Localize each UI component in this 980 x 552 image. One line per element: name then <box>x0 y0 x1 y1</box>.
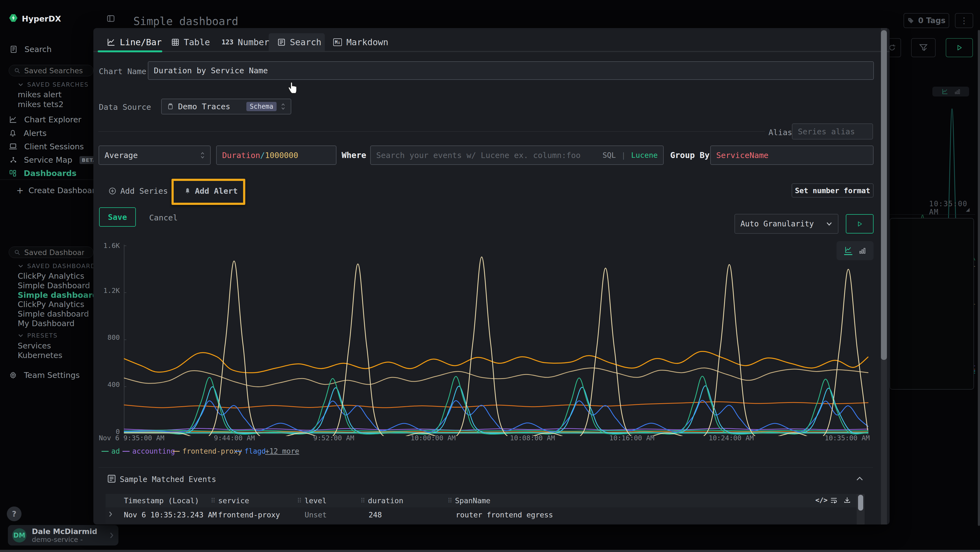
tab-markdown[interactable]: M↓ Markdown <box>333 37 388 48</box>
legend-label: accounting <box>132 447 175 455</box>
chart-name-input[interactable] <box>154 66 868 75</box>
saved-searches-input[interactable] <box>24 67 84 75</box>
sidebar-item-search[interactable]: Search <box>10 45 52 54</box>
create-dashboard-button[interactable]: + Create Dashboard <box>16 185 100 196</box>
add-series-button[interactable]: Add Series <box>108 187 168 196</box>
saved-searches-search[interactable] <box>9 65 93 76</box>
sidebar-item-client-sessions[interactable]: Client Sessions <box>9 142 84 151</box>
col-service[interactable]: ⠿ service <box>211 496 249 505</box>
alias-input[interactable] <box>798 127 867 136</box>
where-label: Where <box>342 150 366 160</box>
avatar: DM <box>12 528 26 542</box>
filter-button[interactable] <box>911 38 935 57</box>
preview-chart-toggle[interactable] <box>932 87 969 96</box>
help-button[interactable]: ? <box>7 506 22 521</box>
row-expand-icon[interactable] <box>108 511 113 517</box>
sidebar-collapse-icon[interactable] <box>106 14 115 23</box>
dashboard-item[interactable]: ClickPy Analytics <box>18 271 84 281</box>
field-expression-input[interactable]: Duration/1000000 <box>216 145 336 165</box>
preset-item[interactable]: Kubernetes <box>18 351 62 360</box>
legend-item-frontend-proxy[interactable]: frontend-proxy <box>173 447 242 455</box>
sidebar-item-chart-explorer[interactable]: Chart Explorer <box>9 115 81 124</box>
tab-label: Markdown <box>346 37 388 48</box>
tab-line-bar[interactable]: Line/Bar <box>107 37 162 48</box>
col-spanname[interactable]: ⠿ SpanName <box>447 496 490 505</box>
drag-handle-icon[interactable]: ⠿ <box>360 497 365 504</box>
page-scrollbar[interactable] <box>978 30 980 526</box>
chevron-right-icon <box>109 532 114 539</box>
modal-scrollbar-thumb[interactable] <box>881 30 887 360</box>
group-by-input[interactable]: ServiceName <box>710 145 873 165</box>
line-chart-icon <box>107 38 115 46</box>
sidebar-item-label: Client Sessions <box>24 142 84 151</box>
download-icon[interactable] <box>843 496 851 504</box>
run-query-button-bg[interactable] <box>946 38 973 57</box>
cancel-button[interactable]: Cancel <box>149 213 178 222</box>
log-list-icon <box>277 38 286 46</box>
sidebar-item-alerts[interactable]: Alerts <box>9 129 46 138</box>
presets-header[interactable]: PRESETS <box>18 332 58 339</box>
schema-badge: Schema <box>247 102 277 111</box>
where-input[interactable] <box>376 151 597 160</box>
sidebar-item-dashboards[interactable]: Dashboards <box>9 169 76 178</box>
sidebar-item-team-settings[interactable]: Team Settings <box>9 370 80 380</box>
page-title[interactable]: Simple dashboard <box>134 15 238 27</box>
more-button[interactable]: ⋮ <box>955 13 973 28</box>
collapse-section-icon[interactable] <box>856 476 864 482</box>
col-duration[interactable]: ⠿ duration <box>360 496 403 505</box>
drag-handle-icon[interactable]: ⠿ <box>297 497 302 504</box>
cell-duration: 248 <box>369 511 382 519</box>
saved-search-item[interactable]: mikes tets2 <box>18 100 64 109</box>
panel-resize-handle[interactable]: ◢ <box>966 206 970 212</box>
events-table-row[interactable] <box>106 523 857 525</box>
dashboard-item[interactable]: My Dashboard <box>18 319 75 328</box>
aggregation-value: Average <box>105 151 200 160</box>
drag-handle-icon[interactable]: ⠿ <box>211 497 216 504</box>
saved-dashboards-header[interactable]: SAVED DASHBOARDS <box>18 263 100 270</box>
tab-search[interactable]: Search <box>277 37 321 48</box>
legend-more-link[interactable]: +12 more <box>265 447 299 455</box>
add-series-label: Add Series <box>120 187 168 196</box>
drag-handle-icon[interactable]: ⠿ <box>447 497 452 504</box>
granularity-select[interactable]: Auto Granularity <box>735 214 838 234</box>
save-button[interactable]: Save <box>99 207 136 227</box>
dashboard-item[interactable]: Simple dashboard <box>18 309 89 319</box>
dashboard-item[interactable]: ClickPy Analytics <box>18 300 84 309</box>
add-alert-button[interactable]: Add Alert <box>184 187 238 196</box>
events-table-scrollbar-thumb[interactable] <box>858 495 863 511</box>
chevron-down-icon <box>18 264 24 268</box>
set-number-format-button[interactable]: Set number format <box>792 183 873 198</box>
wrap-text-icon[interactable] <box>830 497 838 504</box>
sidebar-item-service-map[interactable]: Service Map BETA <box>10 155 99 164</box>
col-timestamp[interactable]: Timestamp (Local) <box>124 496 199 505</box>
preset-item[interactable]: Services <box>18 341 51 350</box>
legend-item-accounting[interactable]: accounting <box>123 447 175 455</box>
user-panel[interactable]: DM Dale McDiarmid demo-service - <box>8 525 118 546</box>
add-alert-label: Add Alert <box>195 187 238 196</box>
sample-events-divider <box>99 467 873 467</box>
run-chart-button[interactable] <box>846 214 873 233</box>
play-icon <box>856 221 863 227</box>
sql-toggle[interactable]: SQL <box>603 151 616 160</box>
col-level[interactable]: ⠿ level <box>297 496 327 505</box>
tab-table[interactable]: Table <box>171 37 210 48</box>
aggregation-select[interactable]: Average <box>99 145 211 165</box>
saved-search-item[interactable]: mikes alert <box>18 90 62 99</box>
saved-dashboards-search[interactable] <box>9 247 93 258</box>
tags-button[interactable]: 0 Tags <box>904 13 949 28</box>
saved-searches-header[interactable]: SAVED SEARCHES <box>18 81 89 88</box>
cancel-label: Cancel <box>149 213 178 222</box>
legend-item-ad[interactable]: ad <box>102 447 120 455</box>
legend-item-flagd[interactable]: flagd <box>235 447 266 455</box>
dashboard-item[interactable]: Simple Dashboard <box>18 281 90 290</box>
mouse-cursor <box>287 80 300 94</box>
granularity-value: Auto Granularity <box>740 219 826 228</box>
cell-spanname: router frontend egress <box>456 511 553 519</box>
code-view-icon[interactable]: </> <box>815 496 827 504</box>
data-source-select[interactable]: Demo Traces Schema <box>161 99 291 115</box>
tab-number[interactable]: 123 Number <box>221 37 269 48</box>
dashboard-item-active[interactable]: Simple dashboard <box>18 290 98 300</box>
lucene-toggle[interactable]: Lucene <box>631 151 658 160</box>
user-name: Dale McDiarmid <box>32 527 104 536</box>
saved-dashboards-input[interactable] <box>24 248 84 257</box>
